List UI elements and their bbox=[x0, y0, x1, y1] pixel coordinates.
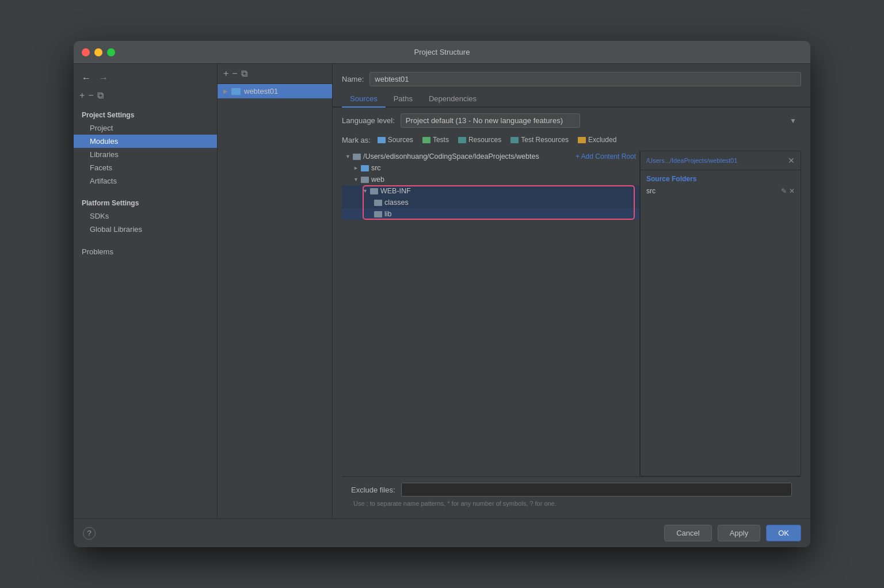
root-collapse-icon: ▼ bbox=[345, 154, 350, 159]
mark-tests-button[interactable]: Tests bbox=[420, 135, 451, 145]
webinf-label: WEB-INF bbox=[380, 187, 411, 195]
add-module-icon[interactable]: + bbox=[223, 68, 228, 79]
lib-label: lib bbox=[384, 210, 392, 218]
lib-folder-icon bbox=[374, 211, 382, 217]
exclude-files-section: Exclude files: Use ; to separate name pa… bbox=[342, 476, 801, 513]
tab-dependencies[interactable]: Dependencies bbox=[421, 91, 485, 108]
language-level-row: Language level: Project default (13 - No… bbox=[342, 113, 801, 128]
main-content: ← → + − ⧉ Project Settings Project Modul… bbox=[74, 64, 810, 518]
module-folder-icon bbox=[231, 88, 241, 95]
module-tree-item-webtest01[interactable]: ▶ webtest01 bbox=[218, 84, 332, 98]
titlebar: Project Structure bbox=[74, 41, 810, 64]
sidebar-item-project[interactable]: Project bbox=[74, 121, 217, 135]
tests-folder-icon bbox=[422, 137, 430, 143]
close-button[interactable] bbox=[82, 48, 90, 56]
minimize-button[interactable] bbox=[94, 48, 102, 56]
sources-content: Language level: Project default (13 - No… bbox=[333, 108, 810, 518]
web-label: web bbox=[371, 175, 384, 184]
tree-root-item[interactable]: ▼ /Users/edisonhuang/CodingSpace/IdeaPro… bbox=[342, 151, 639, 162]
nav-toolbar: ← → bbox=[74, 70, 217, 90]
copy-module-icon[interactable]: ⧉ bbox=[241, 68, 247, 79]
root-path-label: /Users/edisonhuang/CodingSpace/IdeaProje… bbox=[363, 152, 539, 161]
name-label: Name: bbox=[342, 75, 364, 83]
src-folder-icon bbox=[361, 165, 369, 171]
exclude-hint: Use ; to separate name patterns, * for a… bbox=[351, 500, 792, 507]
classes-label: classes bbox=[384, 198, 409, 207]
footer: ? Cancel Apply OK bbox=[74, 518, 810, 547]
language-level-select[interactable]: Project default (13 - No new language fe… bbox=[401, 113, 580, 128]
select-arrow-icon: ▼ bbox=[790, 117, 797, 125]
remove-module-icon[interactable]: − bbox=[232, 68, 237, 79]
mark-excluded-button[interactable]: Excluded bbox=[576, 135, 619, 145]
exclude-input[interactable] bbox=[401, 483, 792, 497]
tab-sources[interactable]: Sources bbox=[342, 91, 386, 108]
webinf-collapse-icon: ▼ bbox=[363, 188, 368, 194]
file-tree: ▼ /Users/edisonhuang/CodingSpace/IdeaPro… bbox=[342, 151, 640, 476]
sidebar: ← → + − ⧉ Project Settings Project Modul… bbox=[74, 64, 218, 518]
collapse-arrow-icon: ▶ bbox=[223, 88, 228, 94]
mark-resources-button[interactable]: Resources bbox=[456, 135, 504, 145]
source-folders-label: Source Folders bbox=[641, 170, 801, 185]
help-button[interactable]: ? bbox=[83, 527, 96, 540]
remove-source-icon[interactable]: ✕ bbox=[789, 187, 795, 195]
exclude-row: Exclude files: bbox=[351, 483, 792, 497]
project-structure-window: Project Structure ← → + − ⧉ Project Sett… bbox=[74, 41, 810, 547]
tree-item-lib[interactable]: lib bbox=[342, 208, 639, 220]
language-select-wrapper: Project default (13 - No new language fe… bbox=[401, 113, 801, 128]
mark-sources-button[interactable]: Sources bbox=[375, 135, 416, 145]
tree-item-webinf[interactable]: ▼ WEB-INF bbox=[342, 185, 639, 197]
tab-paths[interactable]: Paths bbox=[386, 91, 421, 108]
project-settings-label: Project Settings bbox=[74, 106, 217, 121]
sidebar-item-facets[interactable]: Facets bbox=[74, 161, 217, 174]
sidebar-item-global-libraries[interactable]: Global Libraries bbox=[74, 223, 217, 236]
tabs-row: Sources Paths Dependencies bbox=[333, 91, 810, 108]
mark-as-label: Mark as: bbox=[342, 136, 371, 144]
apply-button[interactable]: Apply bbox=[718, 525, 761, 541]
footer-right: Cancel Apply OK bbox=[664, 525, 801, 541]
tree-item-classes[interactable]: classes bbox=[342, 197, 639, 208]
module-panel: + − ⧉ ▶ webtest01 bbox=[218, 64, 333, 518]
source-popup: /Users.../IdeaProjects/webtest01 ✕ Sourc… bbox=[640, 151, 801, 476]
right-panel: Name: Sources Paths Dependencies La bbox=[333, 64, 810, 518]
name-input[interactable] bbox=[369, 72, 801, 86]
traffic-lights bbox=[82, 48, 115, 56]
mark-as-row: Mark as: Sources Tests Resources bbox=[342, 135, 801, 145]
back-arrow-icon[interactable]: ← bbox=[79, 72, 93, 85]
window-title: Project Structure bbox=[414, 48, 470, 56]
popup-item-icons: ✎ ✕ bbox=[781, 187, 795, 195]
sidebar-item-libraries[interactable]: Libraries bbox=[74, 148, 217, 161]
web-collapse-icon: ▼ bbox=[353, 177, 359, 182]
ok-button[interactable]: OK bbox=[766, 525, 801, 541]
tree-item-web[interactable]: ▼ web bbox=[342, 174, 639, 185]
web-folder-icon bbox=[361, 177, 369, 183]
module-toolbar: + − ⧉ bbox=[218, 64, 332, 84]
mark-test-resources-button[interactable]: Test Resources bbox=[508, 135, 571, 145]
copy-icon[interactable]: ⧉ bbox=[97, 90, 104, 101]
sidebar-item-artifacts[interactable]: Artifacts bbox=[74, 174, 217, 188]
remove-icon[interactable]: − bbox=[88, 90, 93, 101]
module-item-label: webtest01 bbox=[244, 87, 278, 96]
popup-path: /Users.../IdeaProjects/webtest01 bbox=[646, 157, 737, 164]
edit-toolbar: + − ⧉ bbox=[74, 90, 217, 106]
sidebar-item-sdks[interactable]: SDKs bbox=[74, 209, 217, 223]
file-tree-wrapper: ▼ /Users/edisonhuang/CodingSpace/IdeaPro… bbox=[342, 151, 801, 476]
add-content-root-button[interactable]: + Add Content Root bbox=[576, 152, 636, 161]
exclude-label: Exclude files: bbox=[351, 486, 395, 494]
popup-src-item: src bbox=[646, 187, 656, 195]
platform-settings-label: Platform Settings bbox=[74, 194, 217, 209]
cancel-button[interactable]: Cancel bbox=[664, 525, 711, 541]
edit-source-icon[interactable]: ✎ bbox=[781, 187, 787, 195]
test-resources-folder-icon bbox=[510, 137, 519, 143]
popup-close-button[interactable]: ✕ bbox=[788, 156, 795, 165]
popup-header: /Users.../IdeaProjects/webtest01 ✕ bbox=[641, 151, 801, 170]
tree-item-src[interactable]: ► src bbox=[342, 162, 639, 174]
add-icon[interactable]: + bbox=[79, 90, 85, 101]
forward-arrow-icon[interactable]: → bbox=[97, 72, 110, 85]
popup-src-row: src ✎ ✕ bbox=[641, 185, 801, 197]
highlighted-tree-section: ▼ WEB-INF classes bbox=[342, 185, 639, 220]
maximize-button[interactable] bbox=[107, 48, 115, 56]
sources-folder-icon bbox=[378, 137, 386, 143]
webinf-folder-icon bbox=[370, 188, 378, 194]
sidebar-item-problems[interactable]: Problems bbox=[74, 243, 217, 258]
sidebar-item-modules[interactable]: Modules bbox=[74, 135, 217, 148]
